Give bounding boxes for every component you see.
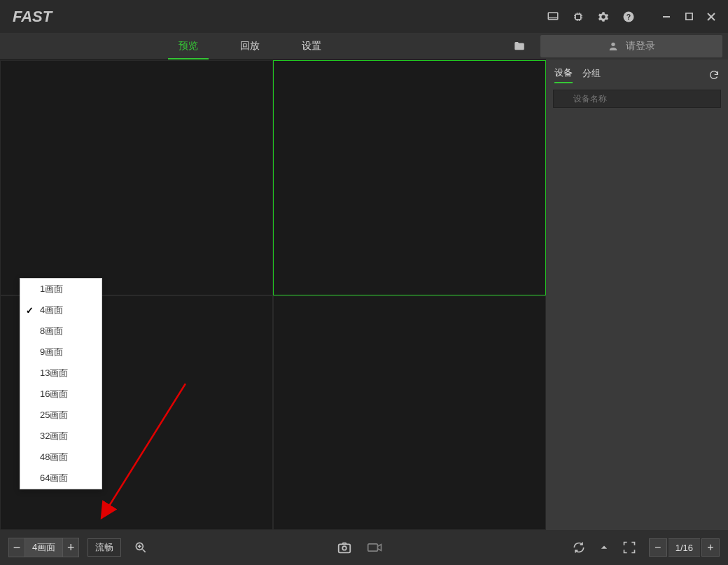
- svg-text:?: ?: [626, 12, 631, 20]
- minimize-button[interactable]: [655, 6, 678, 27]
- layout-option-32[interactable]: 32画面: [20, 426, 102, 447]
- layout-increase-button[interactable]: +: [62, 538, 79, 557]
- zoom-in-icon[interactable]: [130, 536, 152, 559]
- tab-preview[interactable]: 预览: [158, 33, 219, 60]
- layout-option-1[interactable]: 1画面: [20, 279, 102, 300]
- video-grid: 1画面 ✓4画面 8画面 9画面 13画面 16画面 25画面 32画面 48画…: [0, 60, 546, 530]
- app-logo: FAST: [13, 8, 52, 26]
- svg-rect-5: [685, 13, 692, 20]
- side-panel: 设备 分组: [546, 60, 728, 530]
- svg-rect-15: [339, 544, 351, 552]
- screen-lock-icon[interactable]: [546, 10, 560, 24]
- layout-option-64[interactable]: 64画面: [20, 468, 102, 489]
- device-search-input[interactable]: [553, 90, 721, 108]
- bottom-toolbar: − 4画面 + 流畅 − 1/16 +: [0, 530, 728, 565]
- gear-icon[interactable]: [596, 10, 610, 24]
- svg-line-12: [143, 550, 146, 552]
- page-stepper: − 1/16 +: [649, 538, 720, 557]
- side-tab-devices[interactable]: 设备: [554, 67, 573, 83]
- layout-option-9[interactable]: 9画面: [20, 342, 102, 363]
- cpu-icon[interactable]: [571, 10, 585, 24]
- page-indicator: 1/16: [668, 538, 700, 557]
- layout-decrease-button[interactable]: −: [8, 538, 25, 557]
- login-button[interactable]: 请登录: [540, 35, 722, 57]
- user-icon: [608, 41, 619, 52]
- layout-option-13[interactable]: 13画面: [20, 363, 102, 384]
- layout-option-8[interactable]: 8画面: [20, 321, 102, 342]
- layout-select-button[interactable]: 4画面: [25, 538, 62, 557]
- login-label: 请登录: [626, 40, 655, 53]
- layout-popup: 1画面 ✓4画面 8画面 9画面 13画面 16画面 25画面 32画面 48画…: [20, 278, 102, 489]
- cycle-icon[interactable]: [568, 536, 590, 559]
- navbar: 预览 回放 设置 请登录: [0, 33, 728, 60]
- layout-option-25[interactable]: 25画面: [20, 405, 102, 426]
- check-icon: ✓: [26, 305, 34, 316]
- stream-quality-button[interactable]: 流畅: [88, 538, 121, 557]
- video-cell-4[interactable]: [273, 295, 546, 531]
- svg-rect-17: [368, 544, 378, 551]
- tab-settings[interactable]: 设置: [281, 33, 342, 60]
- close-button[interactable]: [700, 6, 722, 27]
- maximize-button[interactable]: [678, 6, 700, 27]
- svg-point-8: [611, 43, 615, 46]
- svg-point-16: [342, 546, 346, 550]
- layout-option-16[interactable]: 16画面: [20, 384, 102, 405]
- video-cell-2[interactable]: [273, 60, 546, 295]
- refresh-icon[interactable]: [708, 69, 720, 81]
- titlebar: FAST ?: [0, 0, 728, 33]
- snapshot-icon[interactable]: [333, 536, 356, 559]
- folder-icon[interactable]: [505, 33, 533, 60]
- layout-stepper: − 4画面 +: [8, 538, 79, 557]
- side-tab-groups[interactable]: 分组: [582, 67, 601, 83]
- video-cell-1[interactable]: [0, 60, 273, 295]
- help-icon[interactable]: ?: [622, 10, 636, 24]
- page-prev-button[interactable]: −: [649, 538, 667, 557]
- fullscreen-icon[interactable]: [618, 536, 640, 559]
- layout-option-4[interactable]: ✓4画面: [20, 300, 102, 321]
- svg-rect-1: [575, 14, 581, 20]
- svg-rect-0: [548, 13, 558, 20]
- record-icon[interactable]: [364, 536, 386, 559]
- layout-option-48[interactable]: 48画面: [20, 447, 102, 468]
- tab-playback[interactable]: 回放: [219, 33, 281, 60]
- page-next-button[interactable]: +: [701, 538, 720, 557]
- chevron-up-icon[interactable]: [598, 536, 610, 559]
